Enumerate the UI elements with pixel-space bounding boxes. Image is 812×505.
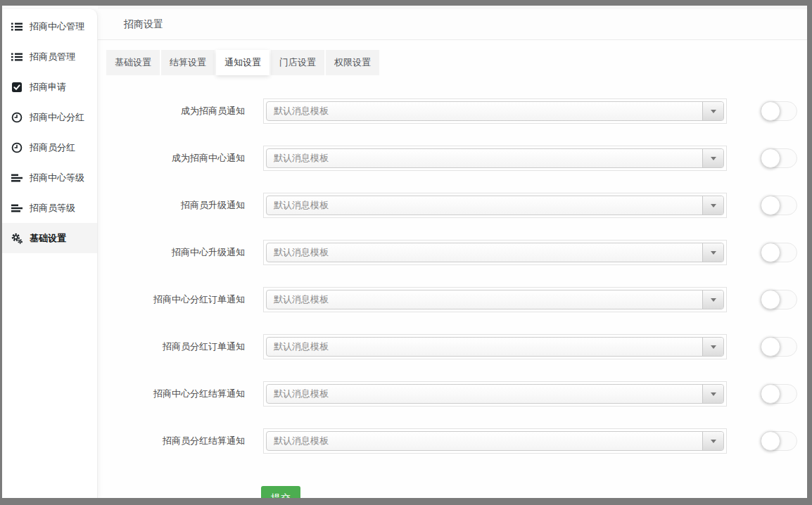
chevron-down-icon[interactable]: [702, 243, 723, 262]
template-select[interactable]: 默认消息模板: [263, 193, 727, 218]
toggle-knob: [761, 243, 780, 262]
window-frame: 招商中心管理 招商员管理 招商申请 招商中心分红 招商员分红 招商中心等级 招商…: [2, 6, 807, 498]
check-square-icon: [11, 82, 23, 93]
template-select[interactable]: 默认消息模板: [263, 287, 727, 312]
sidebar-item-3[interactable]: 招商申请: [2, 72, 97, 102]
form-row: 招商员分红结算通知 默认消息模板: [98, 428, 807, 454]
template-select[interactable]: 默认消息模板: [263, 381, 727, 407]
sidebar-menu: 招商中心管理 招商员管理 招商申请 招商中心分红 招商员分红 招商中心等级 招商…: [2, 9, 97, 253]
toggle-switch[interactable]: [761, 243, 797, 262]
sidebar-item-label: 招商中心管理: [30, 20, 84, 33]
field-label: 招商中心分红结算通知: [98, 388, 263, 400]
tab-2[interactable]: 结算设置: [161, 50, 215, 75]
chevron-down-icon[interactable]: [702, 196, 723, 215]
template-select[interactable]: 默认消息模板: [263, 334, 727, 359]
toggle-knob: [761, 384, 780, 404]
main-content: 招商设置 基础设置结算设置通知设置门店设置权限设置 成为招商员通知 默认消息模板…: [98, 6, 807, 498]
select-value: 默认消息模板: [267, 246, 702, 259]
select-value: 默认消息模板: [267, 388, 702, 400]
sidebar-item-label: 招商中心等级: [30, 172, 84, 184]
sidebar-item-2[interactable]: 招商员管理: [2, 41, 97, 72]
form-row: 招商中心分红结算通知 默认消息模板: [98, 381, 807, 407]
align-left-icon: [11, 203, 23, 214]
toggle-switch[interactable]: [761, 431, 797, 451]
tab-5[interactable]: 权限设置: [326, 50, 379, 75]
toggle-switch[interactable]: [761, 337, 797, 357]
clock-icon: [11, 142, 23, 153]
select-value: 默认消息模板: [267, 152, 702, 165]
sidebar-item-label: 招商员分红: [30, 141, 75, 154]
form-row: 招商员分红订单通知 默认消息模板: [98, 334, 807, 359]
sidebar-item-8[interactable]: 基础设置: [2, 223, 97, 253]
select-value: 默认消息模板: [267, 199, 702, 212]
form-row: 成为招商员通知 默认消息模板: [98, 98, 807, 124]
tab-1[interactable]: 基础设置: [106, 50, 160, 75]
select-value: 默认消息模板: [267, 293, 702, 306]
select-value: 默认消息模板: [267, 105, 702, 117]
toggle-switch[interactable]: [761, 101, 797, 121]
toggle-knob: [761, 431, 780, 451]
sidebar-item-label: 招商中心分红: [30, 111, 84, 124]
template-select[interactable]: 默认消息模板: [263, 146, 727, 171]
toggle-switch[interactable]: [761, 196, 797, 215]
toggle-knob: [761, 196, 780, 215]
settings-form: 成为招商员通知 默认消息模板 成为招商中心通知 默认消息模板 招商员升级通知 默…: [98, 98, 807, 454]
sidebar-item-7[interactable]: 招商员等级: [2, 193, 97, 223]
align-left-icon: [11, 172, 23, 184]
toggle-knob: [761, 101, 780, 121]
template-select[interactable]: 默认消息模板: [263, 240, 727, 265]
field-label: 招商员升级通知: [98, 199, 263, 212]
toggle-switch[interactable]: [761, 290, 797, 309]
select-value: 默认消息模板: [267, 340, 702, 353]
toggle-knob: [761, 148, 780, 168]
tab-3[interactable]: 通知设置: [216, 50, 269, 75]
chevron-down-icon[interactable]: [702, 385, 723, 403]
chevron-down-icon[interactable]: [702, 432, 723, 450]
chevron-down-icon[interactable]: [702, 149, 723, 167]
field-label: 招商中心分红订单通知: [98, 293, 263, 306]
breadcrumb: 招商设置: [98, 9, 807, 40]
sidebar-item-label: 招商员等级: [30, 202, 75, 215]
toggle-knob: [761, 337, 780, 357]
field-label: 招商中心升级通知: [98, 246, 263, 259]
sidebar-item-label: 招商员管理: [30, 51, 75, 63]
toggle-switch[interactable]: [761, 148, 797, 168]
sidebar-item-1[interactable]: 招商中心管理: [2, 11, 97, 41]
cogs-icon: [11, 233, 23, 244]
sidebar-item-label: 基础设置: [30, 232, 66, 245]
list-icon: [11, 21, 23, 32]
form-row: 招商员升级通知 默认消息模板: [98, 193, 807, 218]
field-label: 成为招商员通知: [98, 105, 263, 117]
chevron-down-icon[interactable]: [702, 102, 723, 120]
toggle-knob: [761, 290, 780, 309]
sidebar-item-label: 招商申请: [30, 81, 66, 94]
form-row: 成为招商中心通知 默认消息模板: [98, 146, 807, 171]
sidebar: 招商中心管理 招商员管理 招商申请 招商中心分红 招商员分红 招商中心等级 招商…: [2, 9, 98, 498]
submit-button[interactable]: 提交: [261, 486, 300, 498]
field-label: 成为招商中心通知: [98, 152, 263, 165]
select-value: 默认消息模板: [267, 435, 702, 447]
tab-bar: 基础设置结算设置通知设置门店设置权限设置: [106, 50, 807, 75]
sidebar-item-5[interactable]: 招商员分红: [2, 132, 97, 162]
form-row: 招商中心升级通知 默认消息模板: [98, 240, 807, 265]
sidebar-item-4[interactable]: 招商中心分红: [2, 102, 97, 132]
field-label: 招商员分红结算通知: [98, 435, 263, 447]
form-row: 招商中心分红订单通知 默认消息模板: [98, 287, 807, 312]
page-title: 招商设置: [124, 18, 163, 30]
sidebar-item-6[interactable]: 招商中心等级: [2, 162, 97, 193]
template-select[interactable]: 默认消息模板: [263, 98, 727, 124]
list-icon: [11, 51, 23, 63]
chevron-down-icon[interactable]: [702, 338, 723, 356]
field-label: 招商员分红订单通知: [98, 340, 263, 353]
clock-icon: [11, 112, 23, 123]
tab-4[interactable]: 门店设置: [271, 50, 324, 75]
template-select[interactable]: 默认消息模板: [263, 428, 727, 454]
chevron-down-icon[interactable]: [702, 290, 723, 309]
toggle-switch[interactable]: [761, 384, 797, 404]
